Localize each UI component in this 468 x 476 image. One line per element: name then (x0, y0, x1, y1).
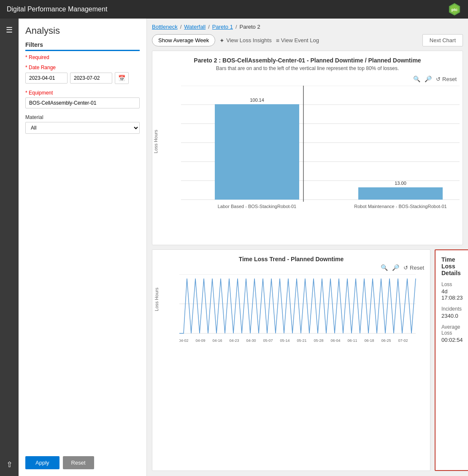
avg-loss-label: Average Loss (441, 324, 463, 336)
material-label: Material (25, 114, 140, 120)
breadcrumb-pareto2: Pareto 2 (240, 24, 260, 30)
pareto-svg: 0.00 20.00 40.00 60.00 80.00 100.00 120.… (181, 86, 468, 216)
trend-zoom-out-button[interactable]: 🔎 (392, 264, 399, 271)
pareto-reset-button[interactable]: ↺ Reset (436, 76, 457, 82)
svg-text:06-25: 06-25 (381, 338, 391, 343)
filters-label: Filters (25, 41, 140, 51)
svg-text:04-30: 04-30 (246, 338, 256, 343)
equipment-input[interactable] (25, 97, 140, 108)
ptc-hex-icon: ptc (448, 3, 461, 16)
trend-chart-card: Time Loss Trend - Planned Downtime 🔍 🔎 ↺… (152, 249, 430, 471)
loss-value: 4d 17:08:23 (441, 288, 463, 301)
filter-reset-button[interactable]: Reset (63, 456, 94, 469)
view-loss-insights-link[interactable]: ✦ View Loss Insights (219, 37, 271, 44)
svg-text:04-23: 04-23 (229, 338, 239, 343)
avg-loss-field: Average Loss 00:02:54 (441, 324, 463, 343)
svg-text:05-07: 05-07 (263, 338, 273, 343)
panel-title: Analysis (25, 25, 140, 36)
svg-text:04-02: 04-02 (179, 338, 189, 343)
date-range-row: 📅 (25, 72, 140, 84)
equipment-label: * Equipment (25, 90, 140, 96)
details-title: Time Loss Details (441, 256, 463, 276)
panel-buttons: Apply Reset (25, 456, 94, 469)
pareto-chart-area: Loss Hours 0.00 20.00 40.00 60.00 80.00 (158, 86, 457, 239)
svg-text:04-16: 04-16 (212, 338, 222, 343)
main-layout: ☰ ⇧ Analysis Filters * Required * Date R… (0, 19, 468, 476)
pareto-chart-title: Pareto 2 : BOS-CellAssembly-Center-01 - … (158, 57, 457, 64)
svg-text:ptc: ptc (452, 7, 458, 12)
date-start-input[interactable] (25, 73, 68, 84)
pareto-chart-subtitle: Bars that are on and to the left of the … (158, 65, 457, 71)
left-panel: Analysis Filters * Required * Date Range… (19, 19, 147, 476)
svg-text:05-14: 05-14 (280, 338, 289, 343)
trend-chart-title: Time Loss Trend - Planned Downtime (158, 256, 424, 262)
trend-svg: 0.00 1.00 2.00 04-02 04-09 04-16 04-23 0… (179, 274, 424, 348)
toolbar: Show Average Week ✦ View Loss Insights ≡… (152, 34, 463, 46)
right-panel: Bottleneck / Waterfall / Pareto 1 / Pare… (147, 19, 468, 476)
pareto-zoom-out-button[interactable]: 🔎 (425, 76, 432, 82)
top-bar: Digital Performance Management ptc (0, 0, 468, 19)
svg-text:05-28: 05-28 (314, 338, 323, 343)
material-select[interactable]: All (25, 122, 140, 134)
ptc-logo: ptc (448, 3, 461, 16)
view-event-log-link[interactable]: ≡ View Event Log (276, 37, 319, 44)
incidents-value: 2340.0 (441, 313, 463, 319)
date-end-input[interactable] (70, 73, 112, 84)
next-chart-button[interactable]: Next Chart (422, 34, 463, 46)
breadcrumb-waterfall[interactable]: Waterfall (184, 24, 206, 30)
share-icon[interactable]: ⇧ (4, 457, 15, 472)
incidents-label: Incidents (441, 306, 463, 312)
svg-text:06-18: 06-18 (364, 338, 374, 343)
loss-field: Loss 4d 17:08:23 (441, 281, 463, 301)
time-loss-details-card: Time Loss Details Loss 4d 17:08:23 Incid… (435, 249, 468, 471)
pareto-y-axis-label: Loss Hours (153, 130, 158, 153)
app-title: Digital Performance Management (7, 5, 107, 13)
loss-insights-icon: ✦ (219, 37, 225, 44)
show-average-week-button[interactable]: Show Average Week (152, 34, 215, 46)
svg-text:04-09: 04-09 (195, 338, 205, 343)
apply-button[interactable]: Apply (25, 456, 60, 469)
event-log-icon: ≡ (276, 37, 279, 44)
date-range-label: * Date Range (25, 65, 140, 70)
svg-text:05-21: 05-21 (297, 338, 306, 343)
icon-sidebar: ☰ ⇧ (0, 19, 19, 476)
svg-text:Labor Based - BOS-StackingRobo: Labor Based - BOS-StackingRobot-01 (218, 204, 297, 209)
svg-text:Robot Maintenance - BOS-Stacki: Robot Maintenance - BOS-StackingRobot-01 (354, 204, 447, 209)
trend-chart-controls: 🔍 🔎 ↺ Reset (158, 264, 424, 271)
trend-reset-button[interactable]: ↺ Reset (403, 265, 424, 271)
pareto-zoom-in-button[interactable]: 🔍 (413, 76, 420, 82)
hamburger-menu-button[interactable]: ☰ (3, 23, 15, 37)
trend-chart-area: Loss Hours 0.00 1.00 2.00 04-02 (158, 274, 424, 366)
svg-text:100.14: 100.14 (250, 97, 264, 103)
trend-zoom-in-button[interactable]: 🔍 (381, 264, 388, 271)
svg-text:06-04: 06-04 (330, 338, 340, 343)
trend-y-axis-label: Loss Hours (154, 288, 159, 311)
calendar-button[interactable]: 📅 (115, 72, 129, 84)
breadcrumb: Bottleneck / Waterfall / Pareto 1 / Pare… (152, 24, 463, 30)
pareto-chart-controls: 🔍 🔎 ↺ Reset (158, 76, 457, 82)
incidents-field: Incidents 2340.0 (441, 306, 463, 319)
svg-text:06-11: 06-11 (347, 338, 357, 343)
loss-label: Loss (441, 281, 463, 287)
svg-text:07-02: 07-02 (398, 338, 408, 343)
breadcrumb-bottleneck[interactable]: Bottleneck (152, 24, 178, 30)
pareto-chart-card: Pareto 2 : BOS-CellAssembly-Center-01 - … (152, 51, 463, 245)
required-text: * Required (25, 54, 140, 60)
bar-labor-based[interactable] (215, 104, 299, 200)
bottom-section: Time Loss Trend - Planned Downtime 🔍 🔎 ↺… (152, 249, 463, 471)
avg-loss-value: 00:02:54 (441, 337, 463, 343)
bar-robot-maintenance[interactable] (358, 187, 443, 200)
svg-text:13.00: 13.00 (395, 181, 406, 186)
breadcrumb-pareto1[interactable]: Pareto 1 (212, 24, 233, 30)
